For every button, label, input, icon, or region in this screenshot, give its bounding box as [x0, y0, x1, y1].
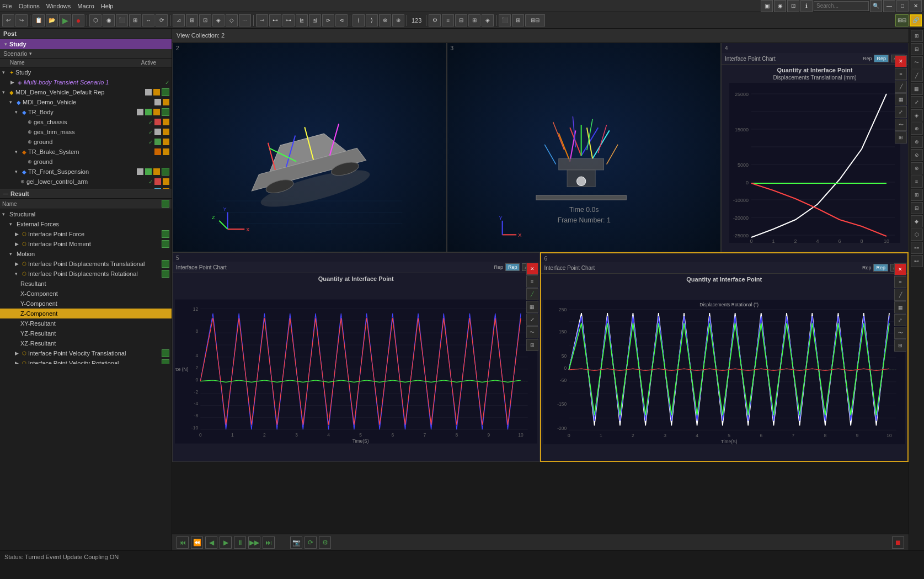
tb-icon-e[interactable]: ◇ [226, 14, 238, 26]
tree-item-ground1[interactable]: ⊕ ground ✓ [0, 137, 172, 147]
rt-btn-18[interactable]: ⊷ [911, 255, 923, 267]
rt-btn-5[interactable]: ▦ [911, 83, 923, 95]
toolbar-icon-1[interactable]: ▣ [761, 0, 773, 12]
tree-item-tr-front-susp[interactable]: ▾ ◆ TR_Front_Suspension [0, 167, 172, 177]
btn-forward[interactable]: ▶▶ [248, 536, 260, 549]
viewport-3[interactable]: 3 [447, 43, 722, 252]
tree-item-mdi-demo-vehicle[interactable]: ▾ ◆ MDI_Demo_Vehicle [0, 97, 172, 107]
chart5-btn-wave[interactable]: 〜 [526, 326, 538, 338]
result-item-ip-vel-trans[interactable]: ▶ ⬡ Interface Point Velocity Translation… [0, 348, 172, 358]
search-button[interactable]: 🔍 [870, 0, 882, 12]
tb-redo[interactable]: ↪ [15, 14, 28, 26]
chart5-btn-close[interactable]: ✕ [526, 263, 538, 275]
rt-btn-13[interactable]: ⊞ [911, 189, 923, 201]
chart4-btn-wave[interactable]: 〜 [895, 119, 907, 131]
tb-icon-h[interactable]: ⊷ [269, 14, 281, 26]
toolbar-icon-4[interactable]: ℹ [800, 0, 813, 12]
chart6-btn-close[interactable]: ✕ [894, 263, 906, 275]
tree-item-tr-body[interactable]: ▾ ◆ TR_Body [0, 107, 172, 117]
tb-icon-g[interactable]: ⊸ [256, 14, 268, 26]
tb-icon-q[interactable]: ⊕ [392, 14, 404, 26]
btn-snap[interactable]: 📷 [290, 536, 302, 549]
toolbar-maximize[interactable]: □ [896, 0, 909, 12]
chart5-btn-line[interactable]: ╱ [526, 288, 538, 300]
chart4-btn-more[interactable]: ⊞ [895, 131, 907, 144]
rt-btn-11[interactable]: ⊛ [911, 162, 923, 174]
tb-icon-arrows[interactable]: ↔ [142, 14, 154, 26]
rt-btn-12[interactable]: ≡ [911, 176, 923, 188]
result-item-yz-resultant[interactable]: YZ-Resultant [0, 328, 172, 338]
btn-settings[interactable]: ⚙ [319, 536, 331, 549]
tree-item-ges-chassis[interactable]: ⊕ ges_chassis ✓ [0, 117, 172, 127]
tb-icon-frame[interactable]: ⊞ [129, 14, 141, 26]
chart6-rep-btn[interactable]: Rep [873, 264, 888, 272]
chart4-btn-close[interactable]: ✕ [895, 55, 907, 67]
rt-btn-6[interactable]: ⤢ [911, 96, 923, 108]
result-item-motion[interactable]: ▾ Motion [0, 249, 172, 259]
tb-icon-p[interactable]: ⊗ [379, 14, 391, 26]
tb-icon-rot[interactable]: ⟳ [156, 14, 168, 26]
btn-sync[interactable]: ⟳ [305, 536, 317, 549]
btn-record-end[interactable]: ⏹ [892, 536, 904, 549]
toolbar-close[interactable]: ✕ [910, 0, 922, 12]
tb-new[interactable]: 📋 [33, 14, 45, 26]
tb-open[interactable]: 📂 [46, 14, 58, 26]
toolbar-minimize[interactable]: — [883, 0, 895, 12]
result-item-ip-force[interactable]: ▶ ⬡ Interface Point Force [0, 229, 172, 239]
tb-icon-x[interactable]: ⊞ [512, 14, 524, 26]
rt-btn-15[interactable]: ◆ [911, 215, 923, 227]
tb-icon-c[interactable]: ⊡ [199, 14, 211, 26]
result-item-xz-resultant[interactable]: XZ-Resultant [0, 338, 172, 348]
result-item-structural[interactable]: ▾ Structural [0, 209, 172, 219]
menu-file[interactable]: File [2, 3, 12, 9]
tb-icon-m[interactable]: ⊲ [335, 14, 348, 26]
result-item-z-component[interactable]: Z-Component [0, 309, 172, 318]
chart6-btn-more[interactable]: ⊞ [894, 339, 906, 352]
viewport-2[interactable]: 2 [172, 43, 447, 252]
tb-icon-d[interactable]: ◈ [212, 14, 225, 26]
menu-macro[interactable]: Macro [77, 3, 94, 9]
tb-icon-k[interactable]: ⊴ [309, 14, 321, 26]
menu-windows[interactable]: Windows [46, 3, 71, 9]
rt-btn-14[interactable]: ⊟ [911, 202, 923, 214]
chart4-btn-list[interactable]: ≡ [895, 68, 907, 80]
chart5-btn-zoom[interactable]: ⤢ [526, 314, 538, 326]
result-item-ip-moment[interactable]: ▶ ⬡ Interface Point Moment [0, 239, 172, 249]
tb-icon-b[interactable]: ⊞ [186, 14, 198, 26]
tb-record-red[interactable]: ● [72, 14, 84, 26]
chart4-rep-btn[interactable]: Rep [874, 55, 889, 62]
rt-btn-1[interactable]: ⊞ [911, 30, 923, 42]
chart4-btn-bars[interactable]: ▦ [895, 93, 907, 105]
rt-btn-9[interactable]: ⊗ [911, 136, 923, 148]
btn-prev-frame[interactable]: ⏪ [191, 536, 203, 549]
study-tree[interactable]: ▾ ✦ Study ▶ ◈ Multi-body Transient Scena… [0, 67, 172, 189]
menu-help[interactable]: Help [101, 3, 114, 9]
result-item-xy-resultant[interactable]: XY-Resultant [0, 318, 172, 328]
tree-item-study[interactable]: ▾ ✦ Study [0, 67, 172, 77]
chart6-btn-line[interactable]: ╱ [894, 289, 906, 301]
chart5-btn-list[interactable]: ≡ [526, 275, 538, 288]
rt-btn-2[interactable]: ⊟ [911, 43, 923, 55]
tb-icon-y[interactable]: ⊞⊟ [525, 14, 545, 26]
btn-back[interactable]: ◀ [205, 536, 217, 549]
chart4-btn-zoom[interactable]: ⤢ [895, 106, 907, 118]
chart6-btn-zoom[interactable]: ⤢ [894, 314, 906, 326]
tb-icon-r[interactable]: ⚙ [429, 14, 441, 26]
tb-icon-3d[interactable]: ⬡ [89, 14, 102, 26]
tb-play-green[interactable]: ▶ [59, 14, 71, 26]
chart4-btn-line[interactable]: ╱ [895, 81, 907, 93]
menu-options[interactable]: Options [19, 3, 40, 9]
tb-icon-n[interactable]: ⟨ [352, 14, 365, 26]
result-tree[interactable]: ▾ Structural ▾ External Forces ▶ ⬡ Inter… [0, 209, 172, 364]
tb-icon-i[interactable]: ⊶ [282, 14, 295, 26]
result-item-ip-vel-rot[interactable]: ▶ ⬡ Interface Point Velocity Rotational [0, 358, 172, 364]
search-input[interactable] [814, 1, 869, 11]
tb-icon-j[interactable]: ⊵ [296, 14, 308, 26]
tb-icon-u[interactable]: ⊞ [468, 14, 480, 26]
tb-icon-a[interactable]: ⊿ [173, 14, 185, 26]
btn-pause[interactable]: ⏸ [234, 536, 246, 549]
chart6-btn-wave[interactable]: 〜 [894, 327, 906, 339]
tb-icon-o[interactable]: ⟩ [366, 14, 378, 26]
tb-icon-f[interactable]: ⋯ [239, 14, 251, 26]
chart5-btn-bars[interactable]: ▦ [526, 301, 538, 313]
